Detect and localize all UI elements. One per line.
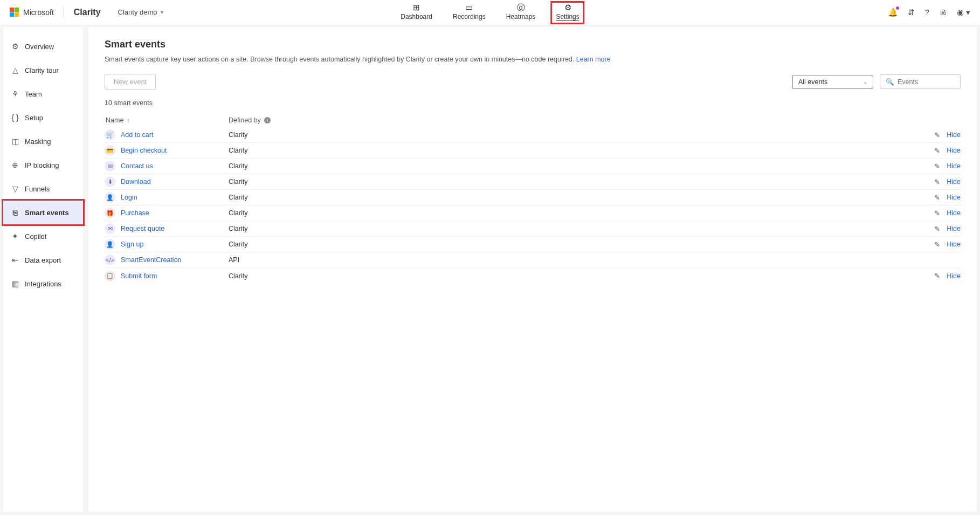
hide-link[interactable]: Hide [947, 131, 961, 139]
recordings-icon: ▭ [465, 3, 473, 13]
sidebar-item-masking[interactable]: ◫ Masking [3, 129, 83, 153]
edit-icon[interactable]: ✎ [934, 162, 940, 170]
col-header-name[interactable]: Name ↑ [105, 116, 229, 124]
hide-link[interactable]: Hide [947, 209, 961, 217]
document-icon[interactable]: 🗎 [939, 8, 947, 17]
nav-label: Dashboard [401, 13, 432, 20]
cell-actions: ✎Hide [923, 209, 961, 217]
event-name-link[interactable]: Sign up [121, 241, 143, 248]
sidebar-item-setup[interactable]: { } Setup [3, 106, 83, 129]
nav-recordings[interactable]: ▭ Recordings [450, 2, 489, 23]
learn-more-link[interactable]: Learn more [576, 56, 611, 63]
table-row: 🎁PurchaseClarity✎Hide [105, 205, 961, 221]
sidebar-label: Team [25, 90, 42, 98]
cell-defined-by: Clarity [229, 241, 923, 248]
new-event-button[interactable]: New event [105, 74, 156, 90]
event-name-link[interactable]: Purchase [121, 209, 149, 217]
hide-link[interactable]: Hide [947, 272, 961, 280]
integrations-icon: ▦ [11, 279, 19, 288]
account-icon[interactable]: ◉ ▾ [957, 8, 970, 17]
search-input[interactable] [898, 78, 955, 86]
cell-name: ✉Request quote [105, 223, 229, 234]
hide-link[interactable]: Hide [947, 225, 961, 232]
hide-link[interactable]: Hide [947, 241, 961, 248]
nav-label: Heatmaps [506, 13, 536, 20]
cell-actions: ✎Hide [923, 162, 961, 170]
cell-defined-by: Clarity [229, 162, 923, 170]
sidebar-item-integrations[interactable]: ▦ Integrations [3, 272, 83, 296]
edit-icon[interactable]: ✎ [934, 272, 940, 280]
nav-heatmaps[interactable]: ⓓ Heatmaps [503, 2, 539, 23]
event-icon: 📋 [105, 271, 115, 281]
sidebar-item-funnels[interactable]: ▽ Funnels [3, 177, 83, 201]
sidebar-label: Integrations [25, 280, 61, 288]
microsoft-logo-icon [10, 8, 19, 17]
nav-settings[interactable]: ⚙ Settings [553, 2, 582, 23]
cell-name: 🛒Add to cart [105, 129, 229, 140]
edit-icon[interactable]: ✎ [934, 225, 940, 233]
event-name-link[interactable]: Contact us [121, 162, 153, 170]
event-name-link[interactable]: Login [121, 194, 137, 201]
sidebar-label: Setup [25, 114, 43, 122]
search-box[interactable]: 🔍 [880, 74, 961, 89]
edit-icon[interactable]: ✎ [934, 178, 940, 186]
event-name-link[interactable]: SmartEventCreation [121, 256, 182, 264]
edit-icon[interactable]: ✎ [934, 241, 940, 249]
event-name-link[interactable]: Add to cart [121, 131, 153, 139]
event-name-link[interactable]: Request quote [121, 225, 164, 232]
event-name-link[interactable]: Submit form [121, 272, 157, 280]
hide-link[interactable]: Hide [947, 147, 961, 154]
copilot-icon: ✦ [11, 232, 19, 241]
edit-icon[interactable]: ✎ [934, 209, 940, 217]
sidebar-item-data-export[interactable]: ⇤ Data export [3, 248, 83, 272]
table-row: 👤Sign upClarity✎Hide [105, 237, 961, 252]
cell-actions: ✎Hide [923, 225, 961, 233]
chevron-down-icon: ▾ [161, 9, 163, 15]
notifications-icon[interactable]: 🔔 [888, 8, 898, 17]
event-icon: ✉ [105, 161, 115, 171]
filter-dropdown[interactable]: All events ⌄ [792, 75, 873, 89]
page-description: Smart events capture key user actions on… [105, 56, 961, 63]
col-header-defined-by: Defined by i [229, 116, 923, 124]
sidebar-item-clarity-tour[interactable]: △ Clarity tour [3, 58, 83, 82]
funnels-icon: ▽ [11, 184, 19, 193]
help-icon[interactable]: ? [924, 8, 929, 17]
cell-actions: ✎Hide [923, 131, 961, 139]
event-name-link[interactable]: Begin checkout [121, 147, 167, 154]
event-icon: 🛒 [105, 129, 115, 140]
sidebar-item-team[interactable]: ⚘ Team [3, 82, 83, 106]
tour-icon: △ [11, 66, 19, 74]
sidebar-item-copilot[interactable]: ✦ Copilot [3, 224, 83, 248]
event-icon: 👤 [105, 239, 115, 250]
sidebar: ⚙ Overview △ Clarity tour ⚘ Team { } Set… [3, 27, 83, 512]
sidebar-item-smart-events[interactable]: ⎘ Smart events [3, 201, 83, 224]
project-selector[interactable]: Clarity demo ▾ [118, 8, 163, 16]
nav-dashboard[interactable]: ⊞ Dashboard [397, 2, 436, 23]
table-row: ✉Request quoteClarity✎Hide [105, 221, 961, 237]
sidebar-item-ip-blocking[interactable]: ⊕ IP blocking [3, 153, 83, 177]
event-icon: ✉ [105, 223, 115, 234]
info-icon[interactable]: i [264, 117, 271, 123]
edit-icon[interactable]: ✎ [934, 131, 940, 139]
hide-link[interactable]: Hide [947, 194, 961, 201]
sidebar-label: Clarity tour [25, 66, 59, 74]
people-icon[interactable]: ⇵ [908, 8, 915, 17]
event-name-link[interactable]: Download [121, 178, 151, 186]
edit-icon[interactable]: ✎ [934, 147, 940, 155]
page-title: Smart events [105, 39, 961, 50]
table-row: 💳Begin checkoutClarity✎Hide [105, 143, 961, 159]
nav-label: Settings [556, 13, 579, 21]
ip-blocking-icon: ⊕ [11, 161, 19, 169]
divider [64, 7, 64, 18]
sidebar-label: Funnels [25, 185, 50, 193]
hide-link[interactable]: Hide [947, 162, 961, 170]
sidebar-item-overview[interactable]: ⚙ Overview [3, 35, 83, 58]
event-icon: 👤 [105, 192, 115, 203]
cell-actions: ✎Hide [923, 147, 961, 155]
cell-name: 💳Begin checkout [105, 145, 229, 156]
project-name: Clarity demo [118, 8, 157, 16]
hide-link[interactable]: Hide [947, 178, 961, 186]
edit-icon[interactable]: ✎ [934, 194, 940, 202]
table-row: </>SmartEventCreationAPI [105, 252, 961, 268]
cell-name: 👤Login [105, 192, 229, 203]
